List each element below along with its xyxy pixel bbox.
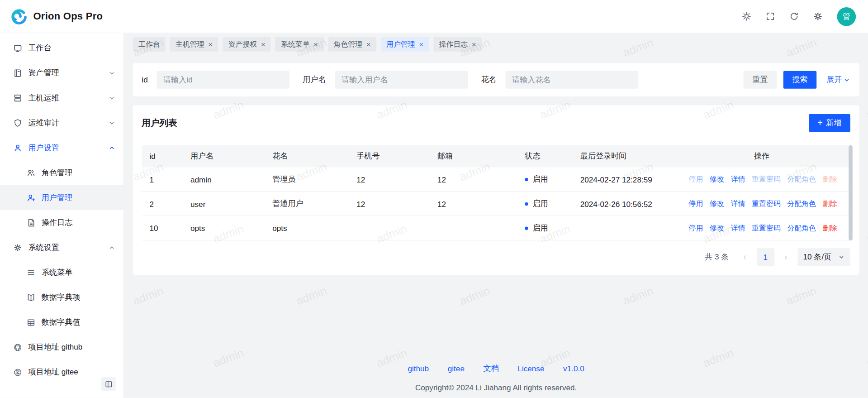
prev-page-button[interactable] [738, 250, 752, 264]
footer-link-license[interactable]: License [517, 364, 544, 373]
chevron-left-icon [741, 254, 749, 261]
action-edit[interactable]: 修改 [710, 174, 724, 184]
user-add-icon [27, 193, 36, 202]
next-page-button[interactable] [779, 250, 793, 264]
sidebar-collapse-icon[interactable] [101, 377, 116, 391]
expand-toggle[interactable]: 展开 [826, 75, 850, 85]
page-size-select[interactable]: 10 条/页 [797, 248, 850, 266]
action-disable[interactable]: 停用 [689, 199, 703, 209]
action-detail[interactable]: 详情 [731, 174, 745, 184]
footer-link-gitee[interactable]: gitee [448, 364, 465, 373]
action-detail[interactable]: 详情 [731, 223, 745, 233]
status-badge: 启用 [532, 223, 548, 233]
reset-button[interactable]: 重置 [744, 71, 777, 89]
tab-label: 用户管理 [386, 39, 415, 49]
sidebar-item-github[interactable]: 项目地址 github [0, 335, 123, 360]
footer-link-docs[interactable]: 文档 [484, 364, 499, 374]
action-reset-password[interactable]: 重置密码 [752, 223, 781, 233]
menu-lines-icon [27, 268, 36, 277]
sidebar-item-system-menu[interactable]: 系统菜单 [0, 260, 123, 285]
action-delete[interactable]: 删除 [823, 199, 837, 209]
action-assign-role[interactable]: 分配角色 [787, 223, 816, 233]
tab-host-management[interactable]: 主机管理 × [170, 37, 218, 52]
close-icon[interactable]: × [313, 40, 318, 48]
sidebar-item-user-settings[interactable]: 用户设置 [0, 135, 123, 160]
tab-system-menu[interactable]: 系统菜单 × [275, 37, 324, 52]
table-scrollbar[interactable] [849, 145, 853, 241]
refresh-icon[interactable] [789, 12, 799, 21]
nickname-input[interactable] [505, 71, 638, 89]
search-actions: 重置 搜索 展开 [744, 71, 850, 89]
tab-role-management[interactable]: 角色管理 × [328, 37, 376, 52]
footer-link-github[interactable]: github [408, 364, 429, 373]
tab-asset-authorization[interactable]: 资产授权 × [223, 37, 271, 52]
settings-gear-icon[interactable] [813, 12, 823, 21]
close-icon[interactable]: × [261, 40, 266, 48]
sidebar-item-dict-keys[interactable]: 数据字典项 [0, 285, 123, 310]
copyright-text: Copyright© 2024 Li Jiahang All rights re… [133, 383, 859, 392]
page-footer: github gitee 文档 License v1.0.0 Copyright… [133, 364, 859, 392]
cell-actions: 停用 修改 详情 重置密码 分配角色 删除 [673, 174, 850, 184]
cell-status: 启用 [517, 199, 572, 209]
chevron-down-icon [843, 76, 850, 83]
book-icon [13, 68, 22, 77]
tab-user-management[interactable]: 用户管理 × [381, 37, 429, 52]
username-input[interactable] [335, 71, 468, 89]
sidebar-item-assets[interactable]: 资产管理 [0, 60, 123, 85]
sidebar-item-dict-values[interactable]: 数据字典值 [0, 310, 123, 335]
action-disable[interactable]: 停用 [689, 223, 703, 233]
add-user-button[interactable]: + 新增 [809, 114, 850, 132]
sidebar-item-label: 运维审计 [28, 118, 59, 128]
theme-toggle-icon[interactable] [742, 12, 751, 21]
fullscreen-icon[interactable] [766, 12, 775, 21]
sidebar-item-audit[interactable]: 运维审计 [0, 110, 123, 135]
footer-link-version[interactable]: v1.0.0 [563, 364, 584, 373]
action-delete[interactable]: 删除 [823, 223, 837, 233]
action-assign-role[interactable]: 分配角色 [787, 199, 816, 209]
sidebar-item-label: 操作日志 [42, 217, 73, 227]
tab-operation-log[interactable]: 操作日志 × [433, 37, 482, 52]
table-card-header: 用户列表 + 新增 [142, 114, 850, 132]
column-header: 花名 [265, 151, 349, 161]
close-icon[interactable]: × [472, 40, 476, 48]
action-edit[interactable]: 修改 [710, 223, 724, 233]
close-icon[interactable]: × [419, 40, 423, 48]
brand: Orion Ops Pro [9, 7, 103, 26]
scrollbar-thumb[interactable] [849, 145, 853, 241]
sidebar-item-label: 系统设置 [28, 242, 59, 252]
sidebar-item-role-management[interactable]: 角色管理 [0, 160, 123, 185]
action-assign-role[interactable]: 分配角色 [787, 174, 816, 184]
user-list-panel: 用户列表 + 新增 id 用户名 花名 手机号 邮箱 状态 最后登录时间 操作 [133, 105, 859, 275]
sidebar-item-hosts[interactable]: 主机运维 [0, 85, 123, 110]
page-number-1[interactable]: 1 [757, 248, 774, 266]
action-reset-password[interactable]: 重置密码 [752, 199, 781, 209]
action-detail[interactable]: 详情 [731, 199, 745, 209]
action-edit[interactable]: 修改 [710, 199, 724, 209]
action-disable[interactable]: 停用 [689, 174, 703, 184]
cell-username: admin [183, 175, 265, 184]
close-icon[interactable]: × [208, 40, 213, 48]
id-field-label: id [142, 75, 147, 84]
sidebar-item-operation-log[interactable]: 操作日志 [0, 210, 123, 235]
column-header: 状态 [517, 151, 572, 161]
close-icon[interactable]: × [366, 40, 371, 48]
app-window: Orion Ops Pro [0, 0, 868, 398]
search-panel: id 用户名 花名 重置 搜索 展开 [133, 63, 859, 96]
sidebar-item-workbench[interactable]: 工作台 [0, 35, 123, 60]
user-icon [13, 143, 22, 152]
shield-icon [13, 118, 22, 127]
user-avatar[interactable]: 管 [837, 7, 856, 26]
column-header: 手机号 [349, 151, 430, 161]
sidebar-item-system-settings[interactable]: 系统设置 [0, 235, 123, 260]
app-logo-icon [9, 7, 28, 26]
cell-id: 10 [142, 224, 183, 233]
cell-last-login: 2024-02-26 10:56:52 [573, 199, 674, 208]
sidebar-item-label: 工作台 [28, 43, 51, 53]
id-input[interactable] [157, 71, 289, 89]
sidebar-item-label: 项目地址 github [28, 342, 82, 352]
action-delete[interactable]: 删除 [823, 174, 837, 184]
sidebar-item-user-management[interactable]: 用户管理 [0, 185, 123, 210]
search-button[interactable]: 搜索 [783, 71, 816, 89]
action-reset-password[interactable]: 重置密码 [752, 174, 781, 184]
tab-workbench[interactable]: 工作台 [133, 37, 166, 52]
